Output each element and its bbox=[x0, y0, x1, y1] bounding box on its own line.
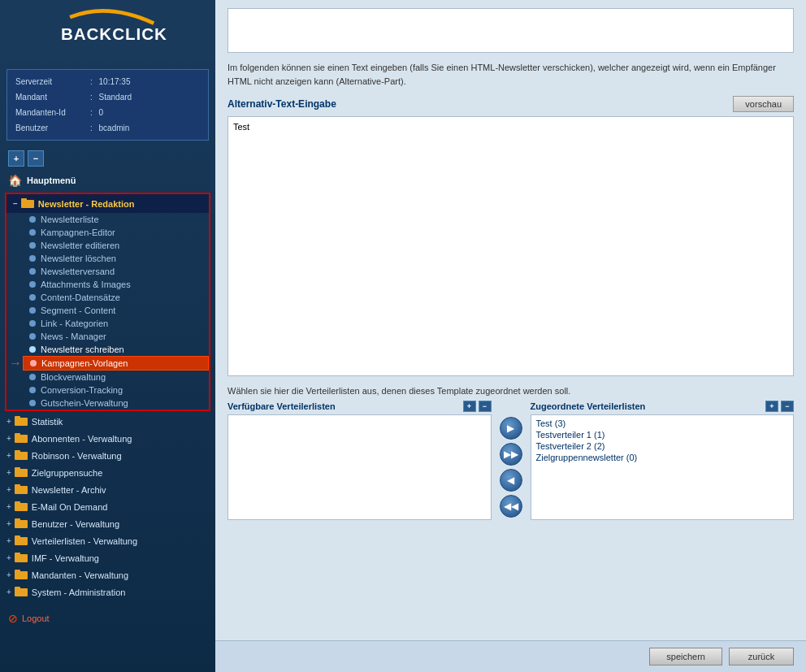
dot-icon bbox=[29, 216, 36, 223]
sidebar-item-link-kategorien[interactable]: Link - Kategorien bbox=[23, 317, 209, 330]
move-all-right-button[interactable]: ▶▶ bbox=[500, 443, 522, 466]
mandanten-id-label: Mandanten-Id bbox=[15, 106, 89, 119]
list-item[interactable]: Zielgruppennewsletter (0) bbox=[534, 452, 791, 463]
dot-icon bbox=[29, 320, 36, 327]
alternativ-text-textarea[interactable]: Test bbox=[228, 116, 794, 376]
email-folder-icon bbox=[15, 501, 28, 513]
svg-rect-18 bbox=[15, 535, 20, 539]
sidebar-item-abonnenten[interactable]: + Abonnenten - Verwaltung bbox=[0, 430, 215, 447]
preview-area bbox=[228, 8, 794, 53]
svg-rect-2 bbox=[21, 198, 27, 202]
verfuegbare-label: Verfügbare Verteilerlisten bbox=[228, 401, 336, 411]
svg-rect-24 bbox=[15, 587, 20, 590]
sidebar-item-system[interactable]: + System - Administration bbox=[0, 583, 215, 600]
verfuegbare-remove-icon[interactable]: − bbox=[479, 401, 492, 412]
list-item[interactable]: Testverteiler 1 (1) bbox=[534, 429, 791, 440]
sidebar-item-blockverwaltung[interactable]: Blockverwaltung bbox=[23, 371, 209, 384]
mandant-colon: : bbox=[90, 90, 98, 104]
benutzer-label: Benutzer bbox=[15, 121, 89, 135]
zugeordnete-verteiler-box: Zugeordnete Verteilerlisten + − Test (3)… bbox=[531, 401, 795, 520]
verfuegbare-add-icon[interactable]: + bbox=[463, 401, 476, 412]
zurueck-button[interactable]: zurück bbox=[729, 648, 794, 665]
dot-icon bbox=[29, 346, 36, 353]
collapse-all-icon[interactable]: − bbox=[28, 150, 44, 167]
hauptmenu-item[interactable]: 🏠 Hauptmenü bbox=[0, 170, 215, 191]
zugeordnete-label: Zugeordnete Verteilerlisten bbox=[531, 401, 646, 411]
sidebar-item-kampagnen-vorlagen[interactable]: → Kampagnen-Vorlagen bbox=[23, 356, 209, 371]
sidebar-item-news-manager[interactable]: News - Manager bbox=[23, 330, 209, 343]
logout-area: ⊘ Logout bbox=[0, 607, 215, 633]
sidebar-item-gutschein-verwaltung[interactable]: Gutschein-Verwaltung bbox=[23, 397, 209, 410]
plus-expand-icon: + bbox=[6, 536, 11, 545]
sidebar: BACKCLICK Serverzeit : 10:17:35 Mandant … bbox=[0, 0, 215, 672]
move-right-button[interactable]: ▶ bbox=[500, 417, 522, 440]
verfuegbare-verteiler-box: Verfügbare Verteilerlisten + − bbox=[228, 401, 492, 520]
toolbar-icons: + − bbox=[0, 147, 215, 170]
speichern-button[interactable]: speichern bbox=[649, 648, 722, 665]
sidebar-item-content-datensaetze[interactable]: Content-Datensätze bbox=[23, 291, 209, 304]
sidebar-item-newsletter-archiv[interactable]: + Newsletter - Archiv bbox=[0, 481, 215, 498]
zugeordnete-list[interactable]: Test (3)Testverteiler 1 (1)Testverteiler… bbox=[531, 414, 795, 520]
main-area: Im folgenden können sie einen Text einge… bbox=[215, 0, 806, 672]
sidebar-item-robinson[interactable]: + Robinson - Verwaltung bbox=[0, 447, 215, 464]
benutzer-value: bcadmin bbox=[99, 121, 200, 135]
sidebar-item-newsletter-editieren[interactable]: Newsletter editieren bbox=[23, 239, 209, 252]
vorschau-button[interactable]: vorschau bbox=[733, 96, 794, 112]
logout-button[interactable]: ⊘ Logout bbox=[8, 612, 207, 625]
svg-rect-8 bbox=[15, 450, 20, 453]
move-left-button[interactable]: ◀ bbox=[500, 469, 522, 492]
plus-expand-icon: + bbox=[6, 570, 11, 579]
expand-all-icon[interactable]: + bbox=[8, 150, 24, 167]
zugeordnete-add-icon[interactable]: + bbox=[765, 401, 778, 412]
plus-expand-icon: + bbox=[6, 417, 11, 426]
plus-expand-icon: + bbox=[6, 468, 11, 477]
list-item[interactable]: Test (3) bbox=[534, 418, 791, 429]
main-content: Im folgenden können sie einen Text einge… bbox=[215, 0, 806, 640]
sidebar-item-kampagnen-editor[interactable]: Kampagnen-Editor bbox=[23, 226, 209, 239]
logout-icon: ⊘ bbox=[8, 612, 18, 625]
list-item[interactable]: Testverteiler 2 (2) bbox=[534, 440, 791, 452]
plus-expand-icon: + bbox=[6, 434, 11, 443]
mandant-value: Standard bbox=[99, 90, 200, 104]
benutzer-colon: : bbox=[90, 121, 98, 135]
svg-rect-22 bbox=[15, 570, 20, 573]
sidebar-item-newsletter-loeschen[interactable]: Newsletter löschen bbox=[23, 252, 209, 265]
sidebar-item-benutzer[interactable]: + Benutzer - Verwaltung bbox=[0, 515, 215, 532]
zugeordnete-title-row: Zugeordnete Verteilerlisten + − bbox=[531, 401, 795, 412]
dot-icon bbox=[29, 307, 36, 314]
zugeordnete-remove-icon[interactable]: − bbox=[781, 401, 794, 412]
sidebar-item-zielgruppensuche[interactable]: + Zielgruppensuche bbox=[0, 464, 215, 481]
sidebar-item-newsletterversand[interactable]: Newsletterversand bbox=[23, 265, 209, 278]
sidebar-item-verteilerlisten[interactable]: + Verteilerlisten - Verwaltung bbox=[0, 532, 215, 549]
sidebar-item-mandanten[interactable]: + Mandanten - Verwaltung bbox=[0, 566, 215, 583]
sidebar-item-conversion-tracking[interactable]: Conversion-Tracking bbox=[23, 384, 209, 397]
alternativ-text-label: Alternativ-Text-Eingabe bbox=[228, 98, 336, 110]
sidebar-item-email-on-demand[interactable]: + E-Mail On Demand bbox=[0, 498, 215, 515]
mandanten-id-colon: : bbox=[90, 106, 98, 119]
logo: BACKCLICK bbox=[47, 8, 169, 53]
dot-icon bbox=[30, 360, 37, 366]
system-folder-icon bbox=[15, 586, 28, 598]
sidebar-item-imf[interactable]: + IMF - Verwaltung bbox=[0, 549, 215, 566]
move-all-left-button[interactable]: ◀◀ bbox=[500, 495, 522, 518]
zielgruppensuche-folder-icon bbox=[15, 466, 28, 479]
sidebar-item-segment-content[interactable]: Segment - Content bbox=[23, 304, 209, 317]
sidebar-item-newsletterliste[interactable]: Newsletterliste bbox=[23, 213, 209, 226]
dot-icon bbox=[29, 242, 36, 249]
mandanten-folder-icon bbox=[15, 569, 28, 581]
svg-text:BACKCLICK: BACKCLICK bbox=[60, 24, 167, 43]
mandanten-id-value: 0 bbox=[99, 106, 200, 119]
sidebar-item-newsletter-schreiben[interactable]: Newsletter schreiben bbox=[23, 343, 209, 356]
verteiler-row: Verfügbare Verteilerlisten + − ▶ ▶▶ ◀ ◀◀ bbox=[228, 401, 794, 520]
svg-rect-12 bbox=[15, 484, 20, 488]
sidebar-item-statistik[interactable]: + Statistik bbox=[0, 413, 215, 430]
newsletter-folder-icon bbox=[21, 197, 34, 210]
serverzeit-value: 10:17:35 bbox=[99, 75, 200, 89]
newsletter-section-header[interactable]: − Newsletter - Redaktion bbox=[6, 194, 209, 213]
dot-icon bbox=[29, 374, 36, 380]
dot-icon bbox=[29, 387, 36, 393]
benutzer-folder-icon bbox=[15, 518, 28, 530]
sidebar-item-attachments[interactable]: Attachments & Images bbox=[23, 278, 209, 291]
svg-rect-4 bbox=[15, 416, 20, 419]
svg-rect-10 bbox=[15, 467, 20, 470]
